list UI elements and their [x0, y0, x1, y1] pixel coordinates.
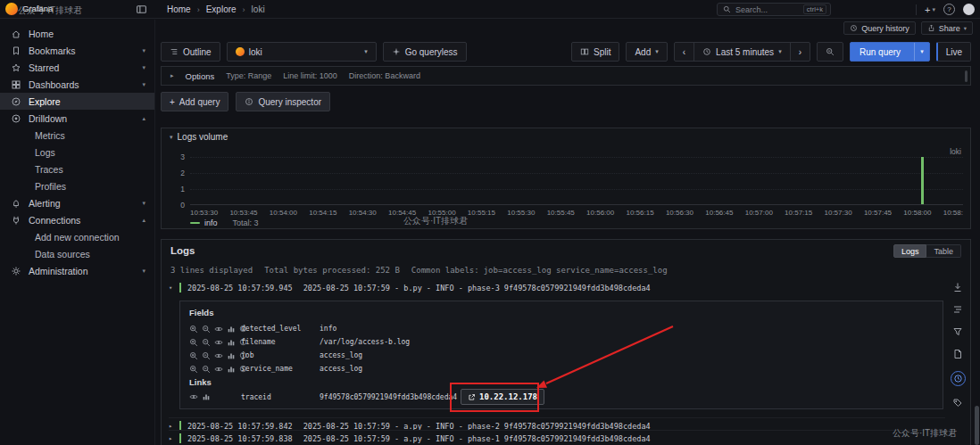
new-menu-button[interactable]: + ▾	[925, 4, 935, 15]
stats-icon[interactable]	[227, 338, 236, 347]
outline-button[interactable]: Outline	[161, 42, 220, 62]
stats-icon[interactable]	[227, 365, 236, 374]
chevron-right-icon[interactable]: ▸	[169, 423, 178, 430]
legend-series-name[interactable]: info	[204, 218, 218, 227]
sidebar-item-dashboards[interactable]: Dashboards ▾	[0, 76, 154, 93]
breadcrumb-explore[interactable]: Explore	[206, 4, 237, 14]
filter-out-icon[interactable]	[202, 351, 211, 360]
time-shift-forward-button[interactable]: ›	[790, 42, 810, 62]
volume-bar[interactable]	[921, 157, 924, 204]
chevron-down-icon[interactable]: ▾	[142, 268, 145, 275]
log-row[interactable]: ▸ 2025-08-25 10:57:59.838 2025-08-25 10:…	[169, 433, 651, 444]
toggle-logs[interactable]: Logs	[893, 244, 927, 258]
watermark: 公众号·IT排球君	[18, 4, 82, 17]
sidebar-item-starred[interactable]: Starred ▾	[0, 59, 154, 76]
query-options-row[interactable]: ▸ Options Type: Range Line limit: 1000 D…	[161, 66, 971, 86]
tag-icon[interactable]	[952, 398, 963, 408]
dashboards-icon	[11, 79, 21, 90]
toggle-table[interactable]: Table	[926, 244, 961, 258]
eye-icon[interactable]	[214, 338, 223, 347]
caret-down-icon: ▾	[778, 48, 782, 55]
scroll-to-bottom-icon[interactable]	[952, 282, 963, 293]
sidebar-item-metrics[interactable]: Metrics	[0, 127, 154, 144]
zoom-out-button[interactable]	[817, 42, 843, 62]
split-icon	[580, 47, 589, 56]
stats-icon[interactable]	[202, 392, 211, 401]
sidebar-item-logs[interactable]: Logs	[0, 144, 154, 161]
chevron-up-icon[interactable]: ▴	[142, 115, 145, 122]
compass-icon	[11, 96, 21, 107]
chevron-up-icon[interactable]: ▴	[142, 217, 145, 224]
trace-link-button[interactable]: 10.22.12.178	[461, 389, 544, 405]
breadcrumb-home[interactable]: Home	[167, 4, 191, 14]
eye-icon[interactable]	[214, 351, 223, 360]
sidebar-item-profiles[interactable]: Profiles	[0, 177, 154, 194]
sidebar-item-home[interactable]: Home	[0, 25, 154, 42]
live-button[interactable]: Live	[936, 42, 971, 62]
stats-icon[interactable]	[227, 325, 236, 334]
chevron-right-icon[interactable]: ▸	[169, 435, 178, 442]
bookmark-icon	[11, 45, 21, 56]
sidebar-toggle-icon[interactable]	[136, 4, 147, 15]
filter-out-icon[interactable]	[202, 365, 211, 374]
sidebar-item-data-sources[interactable]: Data sources	[0, 245, 154, 262]
eye-icon[interactable]	[214, 325, 223, 334]
eye-icon[interactable]	[214, 365, 223, 374]
log-row-expanded[interactable]: ▾ 2025-08-25 10:57:59.945 2025-08-25 10:…	[169, 282, 651, 293]
common-labels-label: Common labels:	[411, 266, 479, 275]
filter-out-icon[interactable]	[202, 338, 211, 347]
scrollbar-thumb[interactable]	[965, 70, 968, 82]
breadcrumb-loki[interactable]: loki	[252, 4, 265, 14]
datasource-picker[interactable]: loki ▾	[227, 42, 377, 62]
user-avatar[interactable]	[963, 4, 975, 15]
chevron-down-icon[interactable]: ▾	[142, 200, 145, 207]
filter-for-icon[interactable]	[189, 338, 198, 347]
sidebar-item-administration[interactable]: Administration ▾	[0, 262, 154, 279]
run-query-button[interactable]: Run query ▾	[850, 42, 930, 62]
sidebar-item-explore[interactable]: Explore	[0, 93, 154, 110]
dedup-icon[interactable]	[952, 304, 963, 315]
logs-volume-header[interactable]: ▾ Logs volume	[170, 132, 228, 142]
grafana-logo[interactable]	[5, 3, 18, 15]
chevron-down-icon[interactable]: ▾	[142, 64, 145, 71]
go-queryless-button[interactable]: Go queryless	[383, 42, 467, 62]
document-icon[interactable]	[952, 349, 963, 359]
filter-for-icon[interactable]	[189, 365, 198, 374]
add-dropdown-button[interactable]: Add ▾	[626, 42, 667, 62]
logs-volume-chart[interactable]	[190, 157, 963, 205]
filter-out-icon[interactable]	[202, 325, 211, 334]
sidebar-item-alerting[interactable]: Alerting ▾	[0, 194, 154, 211]
split-button[interactable]: Split	[571, 42, 619, 62]
help-button[interactable]: ?	[943, 4, 955, 15]
sidebar-item-drilldown[interactable]: Drilldown ▴	[0, 110, 154, 127]
query-history-button[interactable]: Query history	[843, 21, 916, 35]
add-query-button[interactable]: + Add query	[161, 92, 228, 111]
time-shift-back-button[interactable]: ‹	[674, 42, 694, 62]
logs-panel: Logs Logs Table 3 lines displayed Total …	[161, 239, 971, 445]
sidebar-item-add-new-connection[interactable]: Add new connection	[0, 228, 154, 245]
sidebar-item-bookmarks[interactable]: Bookmarks ▾	[0, 42, 154, 59]
log-details: Fields detected_level info	[179, 301, 943, 409]
chevron-down-icon[interactable]: ▾	[169, 284, 178, 292]
chevron-down-icon[interactable]: ▾	[142, 81, 145, 88]
filter-icon[interactable]	[952, 326, 963, 337]
search-input[interactable]: Search... ctrl+k	[717, 3, 831, 16]
chevron-down-icon[interactable]: ▾	[142, 47, 145, 54]
explore-toolbar: Outline loki ▾ Go queryless Split Add ▾ …	[161, 41, 971, 62]
filter-for-icon[interactable]	[189, 325, 198, 334]
sidebar-item-traces[interactable]: Traces	[0, 161, 154, 177]
eye-icon[interactable]	[189, 392, 198, 401]
scrollbar-thumb[interactable]	[975, 406, 979, 445]
run-query-caret[interactable]: ▾	[914, 43, 929, 61]
stats-icon[interactable]	[227, 351, 236, 360]
query-inspector-button[interactable]: Query inspector	[236, 92, 330, 111]
clock-icon-highlighted[interactable]	[951, 371, 966, 386]
chevron-right-icon[interactable]: ▸	[170, 72, 174, 79]
filter-for-icon[interactable]	[189, 351, 198, 360]
x-axis-tick: 10:54:00	[270, 209, 297, 217]
share-button[interactable]: Share ▾	[921, 21, 973, 35]
sparkle-icon	[392, 47, 401, 56]
sidebar-item-connections[interactable]: Connections ▴	[0, 211, 154, 228]
chevron-down-icon[interactable]: ▾	[170, 134, 173, 141]
time-range-picker[interactable]: Last 5 minutes ▾	[693, 42, 791, 62]
